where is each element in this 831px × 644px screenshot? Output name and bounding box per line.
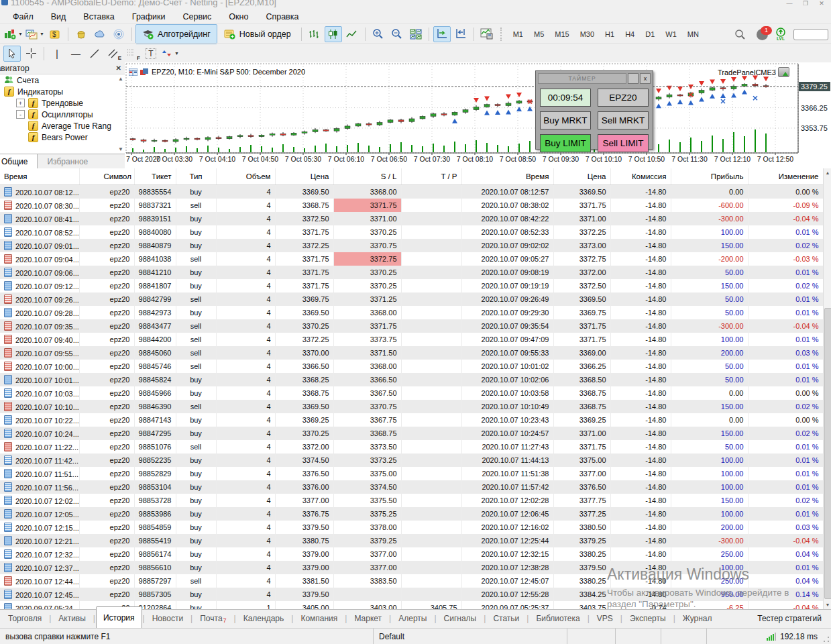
tile-windows-icon[interactable] [407,26,425,42]
history-row[interactable]: 2020.10.07 11:42...epz2098852235buy43374… [0,453,823,467]
timeframe-M15[interactable]: M15 [549,28,574,40]
history-row[interactable]: 2020.10.07 09:35...epz2098843477sell4337… [0,319,823,333]
tab-календарь[interactable]: Календарь [237,610,291,628]
chart-plot[interactable]: 7 Oct 20207 Oct 03:307 Oct 04:107 Oct 04… [125,62,831,168]
history-row[interactable]: 2020.10.07 11:51...epz2098852829buy43376… [0,467,823,480]
text-tool-icon[interactable]: T [142,46,160,62]
symbol-button[interactable]: EPZ20 [598,89,649,107]
timeframe-H1[interactable]: H1 [600,28,620,40]
status-profile[interactable]: Default [373,629,567,644]
tab-библиотека[interactable]: Библиотека [529,610,586,628]
tab-vps[interactable]: VPS [590,610,620,628]
tab-журнал[interactable]: Журнал [676,610,719,628]
indicator-window-icon[interactable] [478,26,496,42]
chevron-down-icon[interactable]: ▼ [18,32,23,36]
scroll-down-icon[interactable]: ▼ [824,600,831,609]
chart-shift-icon[interactable] [452,26,469,42]
scroll-up-icon[interactable]: ▲ [118,76,123,82]
nav-item-осцилляторы[interactable]: -fОсцилляторы [0,109,125,120]
history-row[interactable]: 2020.10.07 12:37...epz2098856610buy43379… [0,561,823,574]
menu-item-Графики[interactable]: Графики [123,11,174,23]
nav-item-bears-power[interactable]: fBears Power [0,131,125,143]
sell-limit-button[interactable]: Sell LIMIT [598,134,649,152]
notifications-icon[interactable]: 1 [757,29,768,40]
column-header-12-Изменение[interactable]: Изменение [748,168,823,185]
menu-item-Файл[interactable]: Файл [4,11,42,23]
column-header-11-Прибыль[interactable]: Прибыль [671,168,748,185]
vertical-line-tool-icon[interactable]: | [48,46,66,62]
nav-item-счета[interactable]: Счета [0,74,125,86]
history-row[interactable]: 2020.10.07 12:05...epz2098853986buy43376… [0,507,823,521]
tab-торговля[interactable]: Торговля [1,610,48,628]
scrollbar-thumb[interactable] [824,308,831,599]
history-row[interactable]: 2020.10.07 12:02...epz2098853728buy43377… [0,494,823,507]
history-row[interactable]: 2020.10.07 10:00...epz2098845746sell4336… [0,360,823,373]
crosshair-tool-icon[interactable] [22,46,40,62]
history-row[interactable]: 2020.10.07 11:56...epz2098853104buy43376… [0,480,823,494]
line-chart-type-icon[interactable] [343,26,361,42]
nav-item-индикаторы[interactable]: fИндикаторы [0,86,125,97]
history-row[interactable]: 2020.10.07 12:15...epz2098854859buy43379… [0,521,823,534]
tab-статьи[interactable]: Статьи [486,610,526,628]
trade-panel-ea-icon[interactable] [778,67,789,77]
horizontal-line-tool-icon[interactable]: — [67,46,85,62]
chart-window[interactable]: 7 Oct 20207 Oct 03:307 Oct 04:107 Oct 04… [125,62,831,168]
column-header-2-Тикет[interactable]: Тикет [134,168,176,185]
history-row[interactable]: 2020.10.07 09:55...epz2098845060sell4337… [0,346,823,360]
panel-minimize-button[interactable] [628,73,639,84]
tab-алерты[interactable]: Алерты [392,610,433,628]
column-header-6-S / L[interactable]: S / L [333,168,401,185]
history-row[interactable]: 2020.10.07 12:45...epz2098857305buy43379… [0,588,823,601]
nav-item-average-true-rang[interactable]: fAverage True Rang [0,120,125,131]
history-row[interactable]: 2020.10.07 08:30...epz2098837321sell4336… [0,199,823,212]
menu-item-Сервис[interactable]: Сервис [174,11,221,23]
column-header-1-Символ[interactable]: Символ▲ [79,168,134,185]
column-header-3-Тип[interactable]: Тип [176,168,216,185]
history-row[interactable]: 2020.10.07 11:22...epz2098851076sell4337… [0,440,823,453]
close-icon[interactable]: ✕ [116,64,121,72]
timeframe-M1[interactable]: M1 [508,28,529,40]
history-row[interactable]: 2020.10.07 12:44...epz2098857297sell4338… [0,574,823,588]
lvl-indicator-icon[interactable]: LVL [775,28,786,42]
tab-эксперты[interactable]: Эксперты [623,610,673,628]
history-row[interactable]: 2020.10.07 09:01...epz2098840879buy43372… [0,239,823,252]
minimize-button[interactable]: — [781,0,797,8]
bar-chart-type-icon[interactable] [306,26,323,42]
timeframe-M30[interactable]: M30 [575,28,600,40]
search-icon[interactable] [731,26,749,42]
column-header-4-Объем[interactable]: Объем [216,168,275,185]
history-row[interactable]: 2020.10.07 09:04...epz2098841038sell4337… [0,252,823,266]
expand-icon[interactable]: + [16,99,25,107]
nav-item-трендовые[interactable]: +fТрендовые [0,97,125,109]
auto-scroll-icon[interactable] [433,26,451,42]
column-header-9-Цена[interactable]: Цена [553,168,610,185]
maximize-button[interactable]: ❐ [797,0,814,8]
equidistant-channel-tool-icon[interactable]: Е [105,46,122,62]
history-row[interactable]: 2020.10.07 08:12...epz2098835554buy43369… [0,185,823,199]
algo-trading-button[interactable]: Алготрейдинг [135,24,217,44]
timer-panel-title[interactable]: ТАЙМЕР [538,73,626,84]
history-row[interactable]: 2020.10.07 10:22...epz2098847143buy43369… [0,413,823,427]
zoom-out-icon[interactable] [388,26,406,42]
history-row[interactable]: 2020.10.07 09:12...epz2098841807buy43371… [0,279,823,292]
sell-market-button[interactable]: Sell MRKT [598,111,649,129]
wallet-icon[interactable] [72,26,90,42]
column-header-10-Комиссия[interactable]: Комиссия [610,168,671,185]
timeframe-W1[interactable]: W1 [660,28,682,40]
market-watch-icon[interactable]: $ [46,26,64,42]
navigator-tab-избранное[interactable]: Избранное [38,154,97,168]
scroll-down-icon[interactable]: ▼ [118,146,123,152]
fibonacci-tool-icon[interactable]: F [123,46,141,62]
depth-of-market-icon[interactable] [140,68,149,76]
history-row[interactable]: 2020.10.07 09:26...epz2098842799sell4336… [0,292,823,306]
column-header-8-Время[interactable]: Время [461,168,553,185]
signal-icon[interactable] [110,26,127,42]
chart-profiles-icon[interactable]: ▼ [25,26,45,42]
arrows-tool-icon[interactable]: ▼ [161,46,180,62]
collapse-icon[interactable]: - [16,110,25,119]
panel-close-button[interactable]: x [640,73,651,84]
history-row[interactable]: 2020.10.07 10:24...epz2098847295buy43370… [0,427,823,440]
close-button[interactable]: ✕ [814,0,830,8]
column-header-5-Цена[interactable]: Цена [275,168,333,185]
history-row[interactable]: 2020.10.07 09:40...epz2098844200sell4337… [0,333,823,346]
